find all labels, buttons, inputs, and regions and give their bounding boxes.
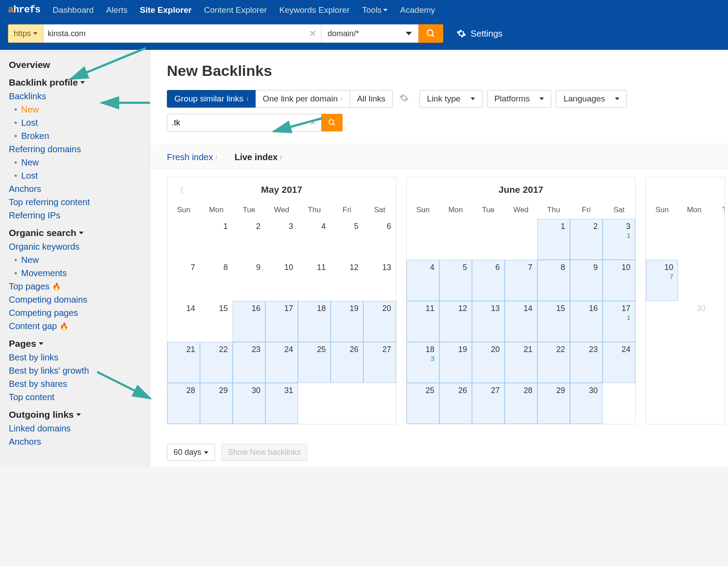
sidebar-pages[interactable]: Pages xyxy=(9,338,141,349)
nav-keywords-explorer[interactable]: Keywords Explorer xyxy=(279,5,350,15)
calendar-day[interactable]: 10 xyxy=(603,260,635,301)
nav-alerts[interactable]: Alerts xyxy=(106,5,128,15)
sidebar-top-pages[interactable]: Top pages 🔥 xyxy=(9,281,141,292)
sidebar-best-by-links[interactable]: Best by links xyxy=(9,352,141,363)
sidebar-backlinks-new[interactable]: New xyxy=(21,105,141,115)
nav-dashboard[interactable]: Dashboard xyxy=(53,5,94,15)
filter-all-links[interactable]: All links xyxy=(350,90,393,108)
sidebar-backlinks-lost[interactable]: Lost xyxy=(21,118,141,128)
sidebar-orgkw-movements[interactable]: Movements xyxy=(21,268,141,278)
calendar-day[interactable]: 13 xyxy=(472,301,505,342)
sidebar-orgkw-new[interactable]: New xyxy=(21,255,141,265)
filter-search-button[interactable] xyxy=(321,114,343,131)
nav-content-explorer[interactable]: Content Explorer xyxy=(204,5,267,15)
calendar-day[interactable]: 30 xyxy=(678,301,710,342)
calendar-day[interactable]: 8 xyxy=(537,260,570,301)
calendar-day[interactable]: 1 xyxy=(200,219,233,260)
calendar-day[interactable]: 15 xyxy=(200,301,233,342)
calendar-day[interactable]: 30 xyxy=(570,383,603,424)
calendar-day[interactable]: 4 xyxy=(407,260,439,301)
calendar-day[interactable]: 5 xyxy=(439,260,472,301)
calendar-day[interactable]: 19 xyxy=(439,342,472,383)
calendar-day[interactable]: 9 xyxy=(570,260,603,301)
calendar-day[interactable]: 6 xyxy=(363,219,396,260)
calendar-day[interactable]: 6 xyxy=(472,260,505,301)
calendar-day[interactable]: 29 xyxy=(537,383,570,424)
sidebar-anchors[interactable]: Anchors xyxy=(9,184,141,194)
calendar-day[interactable]: 27 xyxy=(363,342,396,383)
calendar-day[interactable]: 16 xyxy=(233,301,265,342)
sidebar-competing-pages[interactable]: Competing pages xyxy=(9,308,141,318)
sidebar-referring-ips[interactable]: Referring IPs xyxy=(9,210,141,221)
calendar-day[interactable]: 28 xyxy=(167,383,200,424)
sidebar-refdomains-lost[interactable]: Lost xyxy=(21,171,141,181)
filter-one-per-domain[interactable]: One link per domaini xyxy=(256,90,350,108)
sidebar-top-referring-content[interactable]: Top referring content xyxy=(9,197,141,207)
calendar-day[interactable]: 12 xyxy=(331,260,363,301)
nav-tools[interactable]: Tools xyxy=(362,5,388,15)
calendar-day[interactable]: 10 xyxy=(265,260,298,301)
show-button[interactable]: Show New backlinks xyxy=(221,444,307,461)
calendar-day[interactable]: 2 xyxy=(233,219,265,260)
calendar-day[interactable]: 13 xyxy=(363,260,396,301)
calendar-day[interactable]: 18 xyxy=(298,301,331,342)
calendar-day[interactable]: 22 xyxy=(537,342,570,383)
calendar-day[interactable]: 171 xyxy=(603,301,635,342)
calendar-day[interactable]: 27 xyxy=(472,383,505,424)
sidebar-linked-domains[interactable]: Linked domains xyxy=(9,424,141,434)
calendar-day[interactable]: 25 xyxy=(407,383,439,424)
sidebar-best-by-shares[interactable]: Best by shares xyxy=(9,379,141,389)
calendar-day[interactable]: 183 xyxy=(407,342,439,383)
calendar-day[interactable]: 107 xyxy=(646,260,678,301)
calendar-day[interactable]: 3 xyxy=(265,219,298,260)
sidebar-backlinks[interactable]: Backlinks xyxy=(9,91,141,101)
calendar-day[interactable]: 8 xyxy=(200,260,233,301)
calendar-day[interactable]: 22 xyxy=(200,342,233,383)
filter-group-similar[interactable]: Group similar linksi xyxy=(167,90,256,108)
calendar-day[interactable]: 21 xyxy=(505,342,537,383)
nav-academy[interactable]: Academy xyxy=(400,5,435,15)
calendar-day[interactable]: 7 xyxy=(505,260,537,301)
clear-icon[interactable]: ✕ xyxy=(309,28,317,39)
sidebar-outgoing-links[interactable]: Outgoing links xyxy=(9,409,141,420)
calendar-day[interactable]: 25 xyxy=(298,342,331,383)
calendar-day[interactable]: 29 xyxy=(200,383,233,424)
calendar-day[interactable]: 24 xyxy=(265,342,298,383)
protocol-select[interactable]: https xyxy=(8,24,43,43)
calendar-day[interactable]: 31 xyxy=(710,301,725,342)
calendar-day[interactable]: 21 xyxy=(167,342,200,383)
filter-input[interactable] xyxy=(167,114,321,131)
filter-link-type[interactable]: Link type xyxy=(419,90,483,108)
search-button[interactable] xyxy=(419,24,443,43)
calendar-day[interactable]: 5 xyxy=(331,219,363,260)
calendar-day[interactable]: 26 xyxy=(331,342,363,383)
scope-select[interactable]: domain/* xyxy=(321,24,419,43)
calendar-day[interactable]: 30 xyxy=(233,383,265,424)
calendar-day[interactable]: 11 xyxy=(407,301,439,342)
sidebar-top-content[interactable]: Top content xyxy=(9,392,141,402)
sidebar-organic-keywords[interactable]: Organic keywords xyxy=(9,242,141,252)
calendar-day[interactable]: 14 xyxy=(505,301,537,342)
calendar-day[interactable]: 23 xyxy=(570,342,603,383)
calendar-day[interactable]: 24 xyxy=(603,342,635,383)
settings-link[interactable]: Settings xyxy=(456,29,502,39)
calendar-day[interactable]: 9 xyxy=(233,260,265,301)
sidebar-refdomains-new[interactable]: New xyxy=(21,157,141,168)
sidebar-backlinks-broken[interactable]: Broken xyxy=(21,131,141,141)
gear-icon[interactable] xyxy=(399,93,409,105)
url-input[interactable]: kinsta.com ✕ xyxy=(43,24,321,43)
sidebar-backlink-profile[interactable]: Backlink profile xyxy=(9,77,141,88)
sidebar-competing-domains[interactable]: Competing domains xyxy=(9,295,141,305)
calendar-day[interactable]: 2 xyxy=(570,219,603,260)
calendar-prev-icon[interactable]: 〈 xyxy=(175,184,184,196)
calendar-day[interactable]: 23 xyxy=(233,342,265,383)
calendar-day[interactable]: 17 xyxy=(265,301,298,342)
calendar-day[interactable]: 26 xyxy=(439,383,472,424)
calendar-day[interactable]: 11 xyxy=(298,260,331,301)
filter-languages[interactable]: Languages xyxy=(556,90,627,108)
calendar-day[interactable]: 7 xyxy=(167,260,200,301)
calendar-day[interactable]: 12 xyxy=(439,301,472,342)
calendar-day[interactable]: 20 xyxy=(472,342,505,383)
calendar-day[interactable]: 28 xyxy=(505,383,537,424)
calendar-day[interactable]: 4 xyxy=(298,219,331,260)
